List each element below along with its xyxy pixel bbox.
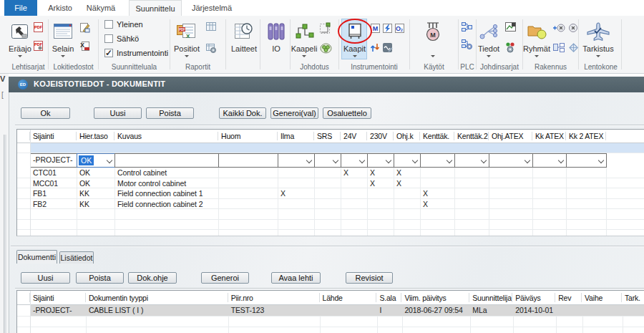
kaikki-dok-button[interactable]: Kaikki Dok. xyxy=(219,107,266,119)
table-cell[interactable] xyxy=(394,188,420,198)
table-row[interactable]: MCC01OKMotor control cabinetXX xyxy=(17,178,644,189)
table-cell[interactable] xyxy=(278,178,314,188)
revisiot-button[interactable]: Revisiot xyxy=(346,272,393,284)
edit-combo-ilma[interactable] xyxy=(278,153,315,168)
table-cell[interactable] xyxy=(341,178,367,188)
io-button[interactable]: IO xyxy=(262,20,291,53)
table-cell[interactable] xyxy=(582,305,622,316)
edit-combo-24v[interactable] xyxy=(341,153,368,168)
column-header[interactable]: Kk 2 ATEX xyxy=(566,130,606,143)
column-header[interactable]: Ohj.k xyxy=(394,130,420,143)
checkbox-box[interactable] xyxy=(104,34,113,43)
table-cell[interactable] xyxy=(314,168,341,178)
table-cell[interactable] xyxy=(555,305,582,316)
table-cell[interactable] xyxy=(218,199,278,209)
table-cell[interactable]: KK xyxy=(77,199,114,209)
edit-kuvaus-cell[interactable] xyxy=(114,153,219,168)
dok-ohje-button[interactable]: Dok.ohje xyxy=(128,272,177,284)
edit-combo-kk-2-atex[interactable] xyxy=(566,153,607,168)
eraajo-button[interactable]: Eräajo xyxy=(7,20,33,59)
table-cell[interactable] xyxy=(489,178,532,188)
route-selection-icon[interactable] xyxy=(318,22,331,35)
table-cell[interactable]: Field connection cabinet 1 xyxy=(114,188,218,198)
generoi-button[interactable]: Generoi xyxy=(201,272,249,284)
table-cell[interactable]: 2018-06-27 09:54 xyxy=(401,305,469,316)
column-header[interactable]: Kuvaus xyxy=(114,130,218,143)
plc-settings-icon[interactable] xyxy=(461,39,472,50)
table-cell[interactable] xyxy=(314,188,341,198)
table-cell[interactable] xyxy=(218,178,278,188)
table-cell[interactable] xyxy=(489,188,532,198)
harness-chart-icon[interactable] xyxy=(504,21,517,32)
selain-button[interactable]: Selain xyxy=(50,20,76,59)
column-header[interactable]: Rev xyxy=(555,291,582,304)
column-header[interactable]: Dokumentin tyyppi xyxy=(86,291,228,304)
edit-combo-ohj-k[interactable] xyxy=(394,153,421,168)
checkbox-instrumentointi[interactable]: Instrumentointi xyxy=(104,49,168,57)
empty-row[interactable] xyxy=(17,209,644,220)
edit-combo-srs[interactable] xyxy=(314,153,341,168)
log-edit-icon[interactable] xyxy=(79,21,90,33)
table-cell[interactable] xyxy=(566,188,606,198)
background-scrollbar[interactable] xyxy=(4,135,6,333)
table-cell[interactable] xyxy=(420,168,454,178)
column-header[interactable]: Kk ATEX xyxy=(532,130,566,143)
table-cell[interactable] xyxy=(454,199,489,209)
remove-group-icon[interactable] xyxy=(568,23,578,33)
edit-combo-230v[interactable] xyxy=(367,153,394,168)
table-cell[interactable]: X xyxy=(341,168,367,178)
table-cell[interactable]: -PROJECT- xyxy=(30,305,86,316)
group-grid-icon[interactable] xyxy=(552,42,565,52)
edit-sijainti-cell[interactable]: -PROJECT- xyxy=(30,153,77,168)
column-header[interactable]: 24V xyxy=(341,130,367,143)
column-header[interactable]: Suunnittelija xyxy=(469,291,512,304)
edit-huom-cell[interactable] xyxy=(218,153,278,168)
table-cell[interactable] xyxy=(278,168,314,178)
table-cell[interactable] xyxy=(320,305,377,316)
table-cell[interactable]: X xyxy=(367,168,394,178)
checkbox-box[interactable] xyxy=(104,49,113,57)
column-header[interactable]: Sijainti xyxy=(30,130,77,143)
tab-nakyma[interactable]: Näkymä xyxy=(80,0,122,16)
table-cell[interactable]: MCC01 xyxy=(30,178,77,188)
edit-combo-ohj-atex[interactable] xyxy=(489,153,533,168)
import-export-icon[interactable] xyxy=(370,42,381,53)
generoi-val-button[interactable]: Generoi(val) xyxy=(270,107,318,119)
table-cell[interactable] xyxy=(454,178,489,188)
column-header[interactable]: Sijainti xyxy=(30,291,86,304)
column-header[interactable]: Vaihe xyxy=(582,291,622,304)
table-cell[interactable] xyxy=(489,199,532,209)
table-cell[interactable] xyxy=(622,305,644,316)
table-cell[interactable]: I xyxy=(376,305,401,316)
table-cell[interactable]: CABLE LIST ( I ) xyxy=(86,305,228,316)
table-cell[interactable] xyxy=(566,199,606,209)
table-row[interactable]: CTC01OKControl cabinetXXX xyxy=(17,168,644,178)
column-header[interactable]: Lähde xyxy=(320,291,377,304)
table-cell[interactable]: X xyxy=(367,178,394,188)
table-cell[interactable]: X xyxy=(394,178,420,188)
table-cell[interactable]: X xyxy=(420,188,454,198)
ok-button[interactable]: Ok xyxy=(21,107,70,119)
table-cell[interactable] xyxy=(367,188,394,198)
column-header[interactable]: Kenttäk.2 xyxy=(454,130,489,143)
table-cell[interactable] xyxy=(394,199,420,209)
edit-combo-kentt-k-2[interactable] xyxy=(454,153,489,168)
wave-icon[interactable] xyxy=(382,42,393,53)
column-header[interactable]: Ilma xyxy=(278,130,314,143)
tab-arkisto[interactable]: Arkisto xyxy=(42,0,79,16)
table-cell[interactable]: Field connection cabinet 2 xyxy=(114,199,218,209)
column-header[interactable]: S.ala xyxy=(376,291,401,304)
column-header[interactable]: Piir.nro xyxy=(228,291,320,304)
kaapeli-button[interactable]: Kaapeli xyxy=(289,20,319,59)
table-cell[interactable] xyxy=(314,199,341,209)
table-cell[interactable] xyxy=(532,199,566,209)
empty-row[interactable] xyxy=(17,220,644,231)
table-cell[interactable]: Motor control cabinet xyxy=(114,178,218,188)
table-cell[interactable]: TEST-123 xyxy=(228,305,320,316)
kaytot-button[interactable]: M xyxy=(419,20,447,59)
column-header[interactable]: Viim. päivitys xyxy=(401,291,469,304)
table-cell[interactable] xyxy=(566,168,606,178)
table-row[interactable]: FB2KKField connection cabinet 2X xyxy=(17,199,644,210)
table-cell[interactable] xyxy=(532,178,566,188)
table-cell[interactable]: 2014-10-01 xyxy=(512,305,555,316)
